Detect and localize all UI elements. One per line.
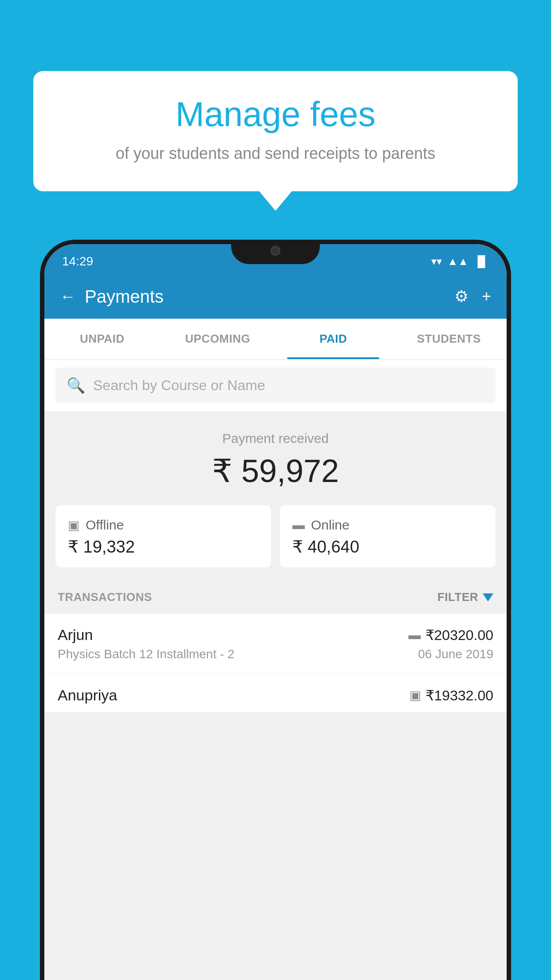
filter-label: FILTER (437, 590, 478, 604)
tab-upcoming[interactable]: UPCOMING (160, 319, 276, 359)
filter-button[interactable]: FILTER (437, 590, 493, 604)
tab-paid[interactable]: PAID (276, 319, 391, 359)
transaction-row-top: Arjun ▬ ₹20320.00 (58, 626, 493, 644)
online-label: Online (311, 518, 350, 533)
payment-received-amount: ₹ 59,972 (58, 452, 493, 490)
wifi-icon: ▾▾ (431, 255, 442, 268)
search-bar-wrapper: 🔍 Search by Course or Name (44, 360, 507, 411)
transaction-name: Arjun (58, 626, 93, 644)
battery-icon: ▐▌ (474, 255, 489, 268)
online-icon: ▬ (292, 518, 305, 532)
transaction-amount: ₹20320.00 (425, 627, 493, 644)
online-amount: ₹ 40,640 (292, 537, 483, 557)
transactions-header: TRANSACTIONS FILTER (44, 581, 507, 614)
phone-screen: 14:29 ▾▾ ▲▲ ▐▌ ← Payments ⚙ + UNPAID UPC… (44, 244, 507, 980)
transactions-list: Arjun ▬ ₹20320.00 Physics Batch 12 Insta… (44, 614, 507, 712)
offline-icon: ▣ (68, 518, 79, 533)
phone-camera (271, 246, 280, 256)
payment-received-section: Payment received ₹ 59,972 (44, 411, 507, 505)
online-card-header: ▬ Online (292, 518, 483, 533)
app-header: ← Payments ⚙ + (44, 274, 507, 319)
transaction-date: 06 June 2019 (418, 647, 493, 661)
filter-icon (483, 593, 493, 601)
tooltip-title: Manage fees (60, 95, 491, 134)
status-time: 14:29 (62, 254, 93, 269)
tooltip-subtitle: of your students and send receipts to pa… (60, 142, 491, 165)
transaction-amount-2: ₹19332.00 (425, 687, 493, 704)
tab-unpaid[interactable]: UNPAID (44, 319, 160, 359)
offline-label: Offline (86, 518, 124, 533)
table-row: Anupriya ▣ ₹19332.00 (44, 674, 507, 712)
transactions-label: TRANSACTIONS (58, 590, 152, 604)
phone-notch (231, 240, 320, 264)
header-left: ← Payments (60, 287, 164, 307)
search-bar[interactable]: 🔍 Search by Course or Name (55, 368, 496, 403)
offline-amount: ₹ 19,332 (68, 537, 259, 557)
back-button[interactable]: ← (60, 287, 76, 306)
signal-icon: ▲▲ (447, 255, 468, 268)
settings-icon[interactable]: ⚙ (454, 287, 468, 306)
tabs-container: UNPAID UPCOMING PAID STUDENTS (44, 319, 507, 360)
offline-payment-card: ▣ Offline ₹ 19,332 (55, 505, 271, 567)
transaction-mode-icon: ▬ (409, 628, 421, 642)
add-icon[interactable]: + (482, 287, 491, 306)
payment-cards: ▣ Offline ₹ 19,332 ▬ Online ₹ 40,640 (44, 505, 507, 581)
tab-students[interactable]: STUDENTS (391, 319, 507, 359)
header-title: Payments (85, 287, 164, 307)
search-icon: 🔍 (67, 376, 85, 394)
transaction-detail: Physics Batch 12 Installment - 2 (58, 647, 234, 661)
online-payment-card: ▬ Online ₹ 40,640 (280, 505, 496, 567)
transaction-mode-icon-2: ▣ (409, 688, 421, 703)
transaction-amount-wrapper-2: ▣ ₹19332.00 (409, 687, 493, 704)
transaction-row-bottom: Physics Batch 12 Installment - 2 06 June… (58, 647, 493, 661)
status-icons: ▾▾ ▲▲ ▐▌ (431, 255, 489, 268)
payment-received-label: Payment received (58, 431, 493, 446)
search-input[interactable]: Search by Course or Name (93, 377, 265, 394)
transaction-row-top-2: Anupriya ▣ ₹19332.00 (58, 687, 493, 704)
header-right: ⚙ + (454, 287, 491, 306)
tooltip-card: Manage fees of your students and send re… (33, 71, 518, 191)
transaction-amount-wrapper: ▬ ₹20320.00 (409, 627, 493, 644)
phone-frame: 14:29 ▾▾ ▲▲ ▐▌ ← Payments ⚙ + UNPAID UPC… (40, 240, 511, 980)
transaction-name-2: Anupriya (58, 687, 117, 704)
table-row: Arjun ▬ ₹20320.00 Physics Batch 12 Insta… (44, 614, 507, 674)
offline-card-header: ▣ Offline (68, 518, 259, 533)
